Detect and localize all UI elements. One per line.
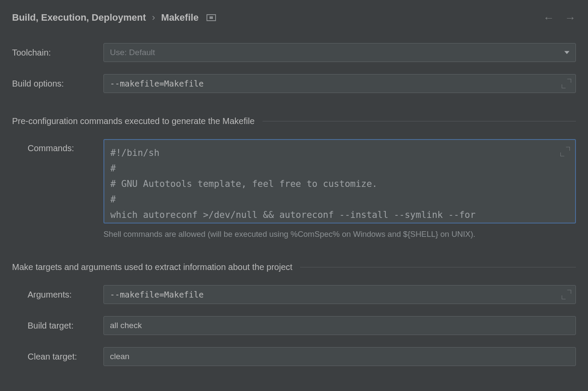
arguments-value: --makefile=Makefile (110, 290, 203, 299)
chevron-right-icon: › (152, 12, 155, 23)
commands-textarea[interactable]: #!/bin/sh # # GNU Autotools template, fe… (103, 139, 576, 223)
build-options-input[interactable]: --makefile=Makefile (103, 74, 576, 93)
clean-target-input[interactable]: clean (103, 347, 576, 366)
section-targets: Make targets and arguments used to extra… (12, 262, 576, 366)
arguments-label: Arguments: (12, 290, 103, 300)
nav-arrows: ← → (543, 12, 576, 23)
breadcrumb-current: Makefile (161, 12, 199, 23)
build-target-input[interactable]: all check (103, 316, 576, 335)
expand-icon[interactable] (561, 148, 569, 155)
breadcrumb-parent[interactable]: Build, Execution, Deployment (12, 12, 146, 23)
divider (263, 121, 576, 121)
row-build-options: Build options: --makefile=Makefile (12, 74, 576, 93)
clean-target-value: clean (110, 352, 129, 361)
settings-header: Build, Execution, Deployment › Makefile … (12, 12, 576, 23)
build-target-label: Build target: (12, 321, 103, 331)
row-arguments: Arguments: --makefile=Makefile (12, 285, 576, 304)
row-clean-target: Clean target: clean (12, 347, 576, 366)
expand-icon[interactable] (563, 80, 570, 87)
targets-section-title: Make targets and arguments used to extra… (12, 262, 292, 272)
toolchain-value: Use: Default (110, 48, 155, 57)
build-target-value: all check (110, 321, 142, 330)
commands-label: Commands: (12, 139, 103, 153)
row-build-target: Build target: all check (12, 316, 576, 335)
section-preconfig: Pre-configuration commands executed to g… (12, 116, 576, 239)
build-options-label: Build options: (12, 79, 103, 89)
commands-value: #!/bin/sh # # GNU Autotools template, fe… (110, 148, 475, 220)
build-options-value: --makefile=Makefile (110, 79, 203, 88)
expand-icon[interactable] (563, 291, 570, 298)
forward-arrow-icon[interactable]: → (565, 12, 576, 23)
project-scope-icon (206, 14, 216, 21)
breadcrumb: Build, Execution, Deployment › Makefile (12, 12, 216, 23)
back-arrow-icon[interactable]: ← (543, 12, 554, 23)
toolchain-label: Toolchain: (12, 48, 103, 58)
clean-target-label: Clean target: (12, 352, 103, 362)
divider (300, 267, 576, 267)
row-toolchain: Toolchain: Use: Default (12, 43, 576, 62)
row-commands: Commands: #!/bin/sh # # GNU Autotools te… (12, 139, 576, 239)
preconfig-section-title: Pre-configuration commands executed to g… (12, 116, 255, 126)
commands-helper-text: Shell commands are allowed (will be exec… (103, 230, 576, 239)
toolchain-select[interactable]: Use: Default (103, 43, 576, 62)
caret-down-icon (564, 51, 569, 54)
arguments-input[interactable]: --makefile=Makefile (103, 285, 576, 304)
